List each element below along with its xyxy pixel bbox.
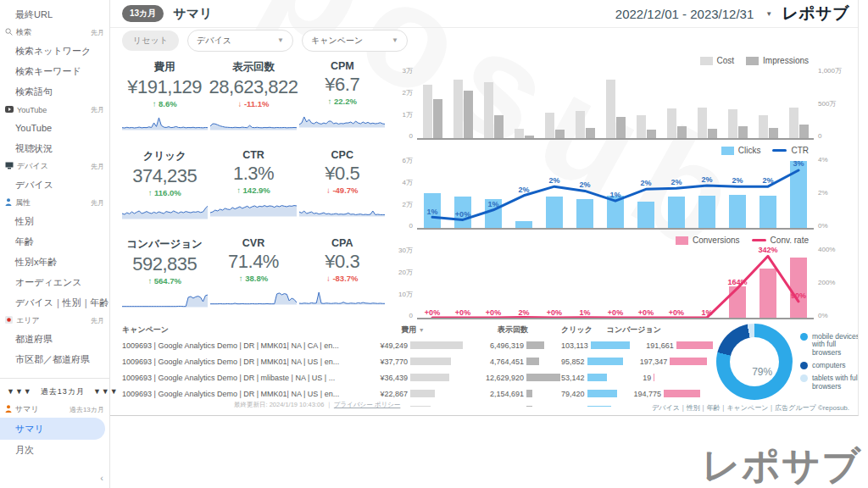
sidebar-item-6[interactable]: YouTube	[0, 118, 109, 138]
footer-separator: ｜	[326, 401, 331, 408]
sidebar-item-0[interactable]: 最終URL	[0, 4, 109, 25]
sidebar-section-youtube[interactable]: YouTube先月	[0, 102, 109, 118]
legend-item: CTR	[772, 146, 809, 155]
cell-impressions: 6,496,319	[465, 341, 561, 350]
kpi-card-1: 表示回数28,623,822↓ -11.1%	[209, 54, 298, 143]
sidebar-divider	[0, 378, 109, 379]
cell-bar	[526, 390, 532, 397]
reset-button[interactable]: リセット	[122, 30, 179, 51]
kpi-delta: ↓ -83.7%	[326, 274, 359, 283]
sidebar-item-23[interactable]: 月次	[0, 440, 109, 460]
cell-bar	[587, 358, 624, 365]
data-label: +0%	[455, 308, 470, 317]
kpi-sparkline	[122, 111, 208, 130]
sidebar-item-3[interactable]: 検索キーワード	[0, 61, 109, 81]
bar-impressions	[616, 117, 626, 139]
legend-label: Conv. rate	[771, 236, 809, 245]
legend-swatch	[752, 239, 766, 241]
line-series-conv-rate	[417, 246, 814, 318]
kpi-title: CTR	[242, 149, 264, 161]
kpi-delta: ↑ 8.6%	[153, 99, 177, 108]
sidebar-item-12[interactable]: 年齢	[0, 231, 109, 252]
bar-impressions	[769, 128, 778, 138]
sidebar-section-area[interactable]: エリア先月	[0, 313, 109, 329]
cell-bar	[410, 358, 451, 365]
cell-campaign: 1009693 | Google Analytics Demo | DR | M…	[122, 390, 361, 398]
youtube-icon	[5, 106, 14, 114]
data-label: 2%	[640, 179, 651, 187]
bottom-brand-logo: レポサブ	[702, 441, 861, 488]
bar-cost	[728, 109, 737, 138]
sidebar-section-label: 属性	[15, 197, 31, 208]
data-label: +0%	[455, 210, 470, 219]
axis-tick: 0	[409, 222, 413, 230]
cell-value: 95,852	[561, 358, 585, 366]
sidebar-section-person[interactable]: 属性先月	[0, 195, 109, 211]
cell-value: 103,113	[561, 341, 588, 350]
legend-dot-icon	[800, 333, 808, 341]
cell-bar	[410, 390, 435, 397]
chart-clicks-ctr: ClicksCTR6万4万2万01%+0%1%2%2%2%1%2%2%2%2%2…	[392, 142, 853, 232]
bars-layer	[417, 66, 814, 138]
summary-icon	[5, 405, 12, 414]
sidebar-item-7[interactable]: 視聴状況	[0, 138, 109, 158]
device-share-donut: 79%	[716, 324, 793, 400]
legend-swatch	[676, 236, 688, 245]
axis-tick: 0	[818, 132, 821, 140]
axis-tick: 2万	[403, 88, 413, 97]
sidebar-item-4[interactable]: 検索語句	[0, 81, 109, 102]
bar-group	[453, 66, 473, 138]
bar-cost	[453, 80, 463, 138]
sidebar-collapse-icon[interactable]: ‹	[100, 473, 103, 483]
data-label: +0%	[638, 308, 654, 317]
cell-value: 194,775	[617, 390, 661, 398]
kpi-title: CPC	[331, 149, 353, 161]
kpi-value: ¥0.3	[325, 251, 359, 273]
kpi-title: CPM	[331, 60, 354, 72]
sidebar-item-2[interactable]: 検索ネットワーク	[0, 41, 109, 61]
data-label: 164%	[727, 278, 747, 286]
donut-legend-item-1: computers	[800, 362, 859, 370]
cell-impressions: 12,629,920	[465, 374, 561, 382]
sidebar-section-summary[interactable]: サマリ過去13カ月	[0, 402, 109, 418]
table-row-3: 1009693 | Google Analytics Demo | DR | M…	[122, 385, 713, 402]
data-label: 2%	[518, 186, 529, 194]
cell-bar	[410, 374, 449, 381]
cell-clicks: 53,142	[561, 374, 607, 382]
legend-label: Impressions	[763, 56, 809, 65]
sidebar-item-22[interactable]: サマリ	[0, 418, 105, 440]
sidebar-section-search[interactable]: 検索先月	[0, 25, 109, 41]
privacy-policy-link[interactable]: プライバシー ポリシー	[334, 401, 401, 408]
device-filter-dropdown[interactable]: デバイス ▼	[187, 30, 293, 52]
bar-impressions	[586, 128, 595, 138]
sidebar-period-banner: ▼▼▼ 過去13カ月 ▼▼▼	[0, 384, 109, 402]
page-title: サマリ	[173, 6, 212, 22]
campaign-filter-dropdown[interactable]: キャンペーン ▼	[302, 30, 408, 52]
cell-campaign: 1009693 | Google Analytics Demo | DR | M…	[122, 341, 361, 350]
bar-cost	[423, 85, 432, 138]
sidebar-item-9[interactable]: デバイス	[0, 175, 109, 195]
sidebar-section-label: サマリ	[15, 404, 39, 415]
kpi-card-6: コンバージョン592,835↑ 564.7%	[120, 231, 209, 320]
sort-desc-icon: ▼	[419, 327, 425, 333]
sidebar-item-13[interactable]: 性別x年齢	[0, 252, 109, 272]
data-label: 1%	[426, 208, 437, 216]
data-label: 1%	[487, 200, 498, 208]
sidebar-item-18[interactable]: 市区郡／都道府県	[0, 349, 109, 369]
data-label: 2%	[670, 178, 682, 186]
sidebar-item-15[interactable]: デバイス｜性別｜年齢｜キ...	[0, 292, 109, 313]
cell-bar	[410, 341, 463, 349]
cell-value: 2,154,691	[465, 390, 524, 398]
bar-cost	[759, 115, 768, 138]
date-range-picker[interactable]: 2022/12/01 - 2023/12/31 ▼	[615, 7, 772, 21]
sidebar-item-17[interactable]: 都道府県	[0, 329, 109, 349]
sidebar-item-11[interactable]: 性別	[0, 211, 109, 231]
legend-dot-icon	[800, 362, 808, 369]
table-header-row: キャンペーン費用 ▼表示回数クリックコンバージョン	[122, 322, 713, 337]
sidebar-item-14[interactable]: オーディエンス	[0, 272, 109, 292]
sidebar-list: 最終URL検索先月検索ネットワーク検索キーワード検索語句YouTube先月You…	[0, 4, 109, 460]
sidebar-section-label: 検索	[16, 27, 31, 38]
sidebar-section-device[interactable]: デバイス先月	[0, 158, 109, 175]
axis-tick: 500万	[818, 99, 836, 108]
col-header-cost[interactable]: 費用 ▼	[361, 324, 465, 336]
